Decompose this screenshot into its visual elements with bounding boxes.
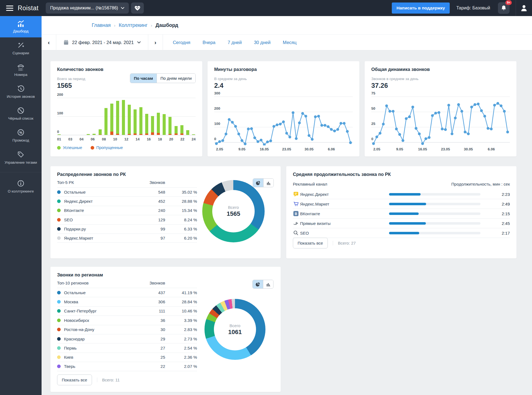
sidebar-item-scenarios[interactable]: Сценарии [0, 37, 42, 59]
y-axis-label: 0 [214, 137, 216, 141]
period-yesterday[interactable]: Вчера [203, 40, 216, 45]
notifications-button[interactable]: 9+ [498, 2, 510, 14]
x-axis-label: 2.05 [373, 147, 380, 151]
row-value: 25 [139, 355, 165, 360]
date-range-picker[interactable]: 22 февр. 2021 - 24 мар. 2021 [56, 40, 148, 45]
x-axis-label: 24 [191, 137, 195, 141]
row-label: ВКонтакте [64, 208, 139, 213]
row-value: 97 [139, 236, 165, 240]
toggle-by-weekdays[interactable]: По дням недели [157, 74, 195, 83]
channel-label: Яндекс.Маркет [300, 202, 371, 206]
project-selector[interactable]: Продажа недвижим... (№156786) [46, 2, 129, 14]
row-percent: 15.34 % [165, 208, 197, 213]
breadcrumb-calltracking[interactable]: Коллтрекинг [119, 22, 148, 28]
project-selector-label: Продажа недвижим... (№156786) [50, 6, 118, 11]
svg-text:%: % [19, 131, 22, 135]
total-label: Всего: 11 [97, 378, 120, 382]
show-all-button[interactable]: Показать все [293, 238, 328, 248]
card-title: Звонки по регионам [57, 272, 274, 278]
table-row[interactable]: Подарки.ру996.33 % [57, 224, 197, 234]
table-row[interactable]: Новосибирск363.39 % [57, 316, 197, 325]
x-axis-label: 03 [68, 137, 72, 141]
duration-bar-track [389, 222, 480, 225]
row-value: 452 [139, 199, 165, 204]
sidebar-item-about-calltracking[interactable]: О коллтрекинге [0, 176, 42, 197]
table-row[interactable]: Пермь272.54 % [57, 343, 197, 352]
y-axis-label: 50 [371, 106, 375, 111]
table-row[interactable]: SEO1298.24 % [57, 215, 197, 224]
row-percent: 3.39 % [165, 318, 197, 323]
sidebar-item-dashboard[interactable]: Дашборд [0, 16, 42, 37]
y-axis-label: 300 [214, 91, 220, 95]
series-color-dot [57, 300, 61, 304]
prev-period-button[interactable]: ‹ [42, 39, 56, 46]
promocode-icon: % [17, 128, 25, 137]
table-row[interactable]: Москва30628.84 % [57, 297, 197, 306]
breadcrumb-home[interactable]: Главная [92, 22, 111, 28]
channel-label: SEO [300, 231, 371, 235]
table-row[interactable]: Киев252.36 % [57, 353, 197, 362]
row-percent: 28.84 % [165, 299, 197, 304]
row-label: Остальные [64, 290, 139, 295]
card-title: Количество звонков [57, 67, 196, 72]
table-row[interactable]: Яндекс.Директ45228.88 % [57, 196, 197, 206]
table-row[interactable]: Ростов-на-Дону302.83 % [57, 325, 197, 334]
duration-bar-track [389, 212, 480, 215]
bar-hour-19 [163, 98, 166, 135]
bar-view-button[interactable] [263, 280, 273, 288]
total-label: Всего: 27 [333, 241, 356, 245]
table-row[interactable]: ВКонтакте24015.34 % [57, 206, 197, 215]
x-axis-label: 30.05 [305, 147, 314, 151]
row-label: Москва [64, 299, 139, 304]
toggle-by-hours[interactable]: По часам [130, 74, 157, 83]
yandex-direct-icon [293, 191, 300, 197]
health-monitor-button[interactable] [131, 2, 144, 14]
pie-view-button[interactable] [253, 179, 263, 187]
card-title: Общая динамика звонков [371, 67, 510, 72]
support-button[interactable]: Написать в поддержку [392, 2, 450, 14]
sidebar-item-blacklist[interactable]: Чёрный список [0, 103, 42, 125]
date-range-label: 22 февр. 2021 - 24 мар. 2021 [72, 40, 134, 45]
show-all-button[interactable]: Показать все [57, 375, 92, 385]
row-percent: 2.54 % [165, 346, 197, 350]
row-label: Подарки.ру [64, 227, 139, 231]
next-period-button[interactable]: › [148, 39, 163, 46]
avg-duration-card: Средняя продолжительность звонка по РК Р… [286, 166, 516, 258]
table-row[interactable]: Остальные54835.02 % [57, 187, 197, 196]
sidebar-item-numbers[interactable]: Номера [0, 60, 42, 81]
table-row[interactable]: Санкт-Петербург11110.46 % [57, 306, 197, 316]
row-label: Пермь [64, 346, 139, 350]
row-value: 111 [139, 309, 165, 313]
table-row[interactable]: Тверь222.07 % [57, 362, 197, 371]
row-value: 29 [139, 337, 165, 341]
user-avatar[interactable] [516, 4, 532, 12]
legend-successful[interactable]: Успешные [57, 145, 82, 150]
period-today[interactable]: Сегодня [173, 40, 190, 45]
pie-view-button[interactable] [253, 280, 263, 288]
y-axis-label: 100 [214, 122, 220, 126]
sidebar-item-promocode[interactable]: % Промокод [0, 125, 42, 147]
bar-hour-7 [93, 98, 96, 135]
period-month[interactable]: Месяц [283, 40, 297, 45]
duration-time: 2:23 [480, 192, 510, 197]
x-axis-label: 04 [80, 137, 83, 141]
row-value: 306 [139, 299, 165, 304]
bar-view-button[interactable] [263, 179, 273, 187]
x-axis-label: 18 [158, 137, 162, 141]
hamburger-menu-icon[interactable] [6, 4, 13, 12]
table-row[interactable]: Остальные43741.19 % [57, 288, 197, 297]
row-label: Киев [64, 355, 139, 360]
period-7days[interactable]: 7 дней [228, 40, 242, 45]
channels-view-toggle [253, 178, 274, 187]
sidebar-item-call-history[interactable]: История звонков [0, 81, 42, 103]
channels-donut-chart: Всего 1565 [202, 180, 265, 242]
table-row[interactable]: Краснодар292.73 % [57, 334, 197, 343]
table-row[interactable]: Яндекс.Маркет976.20 % [57, 234, 197, 243]
duration-time: 2:17 [480, 231, 510, 235]
series-color-dot [57, 209, 61, 212]
period-30days[interactable]: 30 дней [254, 40, 270, 45]
donut-center-label: Всего [228, 205, 239, 210]
sidebar-item-tags[interactable]: Управление тегами [0, 147, 42, 169]
duration-row: Яндекс.Директ2:23 [293, 189, 510, 199]
legend-missed[interactable]: Пропущенные [91, 145, 123, 150]
